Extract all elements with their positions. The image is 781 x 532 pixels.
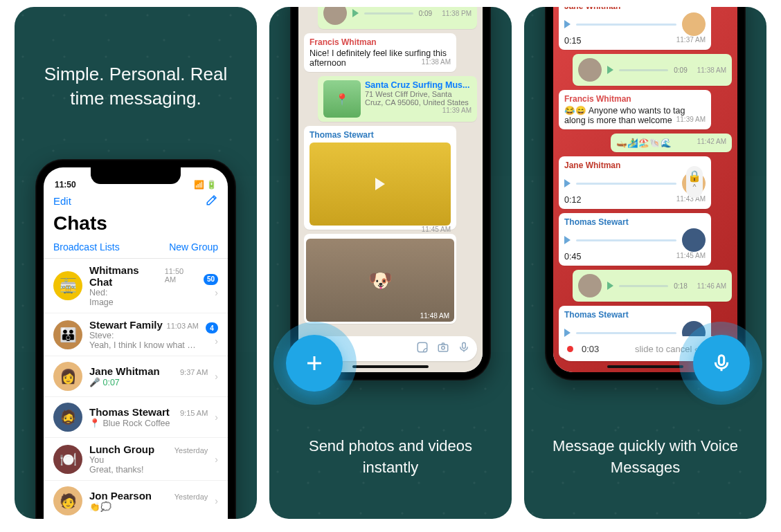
message-time: 11:39 AM — [442, 107, 472, 114]
chevron-right-icon: › — [215, 495, 218, 506]
chat-row[interactable]: 👩 Jane Whitman 9:37 AM 🎤 0:07 › — [44, 356, 228, 397]
play-icon[interactable] — [564, 236, 571, 244]
video-message-in[interactable]: Thomas Stewart 11:45 AM — [304, 126, 456, 230]
edit-button[interactable]: Edit — [53, 195, 71, 207]
caption-text: Message quickly with Voice Messages — [524, 436, 766, 479]
photo-message-in[interactable]: 🐶 11:48 AM — [304, 234, 456, 324]
chevron-right-icon: › — [215, 287, 218, 298]
avatar — [323, 7, 347, 25]
photo-thumbnail[interactable]: 🐶 — [306, 239, 454, 322]
avatar — [578, 58, 602, 82]
map-thumbnail-icon: 📍 — [323, 80, 361, 118]
voice-message-out[interactable]: 0:18 11:46 AM — [573, 270, 732, 302]
broadcast-lists-link[interactable]: Broadcast Lists — [53, 241, 120, 253]
location-message-out[interactable]: 📍 Santa Cruz Surfing Mus... 71 West Clif… — [318, 76, 477, 122]
svg-point-2 — [442, 347, 445, 350]
status-time: 11:50 — [55, 180, 76, 190]
play-icon[interactable] — [564, 20, 571, 28]
chat-sender: You — [89, 455, 104, 465]
chat-list[interactable]: 🚋 Whitmans Chat 11:50 AM Ned: Image 50 › — [44, 259, 228, 519]
message-time: 11:48 AM — [420, 312, 449, 320]
chat-name: Lunch Group — [89, 443, 154, 455]
chat-row[interactable]: 🍽️ Lunch Group Yesterday You Great, than… — [44, 438, 228, 481]
play-icon[interactable] — [352, 9, 359, 17]
new-group-link[interactable]: New Group — [169, 241, 218, 253]
voice-message-out[interactable]: 0:09 11:38 AM — [573, 54, 732, 86]
status-indicators: 📶 🔋 — [194, 180, 217, 190]
page-title: Chats — [44, 212, 228, 237]
chat-time: 9:15 AM — [180, 409, 208, 417]
avatar: 🧑 — [53, 486, 82, 515]
message-time: 11:46 AM — [697, 282, 726, 290]
voice-message-in[interactable]: Jane Whitman 0:15 11:37 AM — [559, 7, 711, 50]
chat-time: 9:37 AM — [180, 368, 208, 376]
chat-row[interactable]: 👪 Stewart Family 11:03 AM Steve: Yeah, I… — [44, 313, 228, 356]
chat-name: Stewart Family — [89, 319, 163, 331]
sticker-icon[interactable] — [416, 341, 429, 356]
message-time: 11:38 AM — [697, 66, 726, 74]
camera-icon[interactable] — [437, 341, 449, 356]
chevron-right-icon: › — [215, 371, 218, 382]
voice-track[interactable] — [364, 12, 413, 15]
attach-fab[interactable] — [286, 335, 343, 392]
phone-screen: 11:50 📶 🔋 Edit Chats Broadcast Lists New… — [44, 167, 228, 519]
message-time: 11:45 AM — [422, 226, 451, 233]
chat-preview: Image — [89, 297, 114, 307]
phone-screen: 0:09 11:38 PM Francis Whitman Nice! I de… — [298, 7, 483, 372]
avatar: 🧔 — [53, 403, 82, 432]
message-list[interactable]: Jane Whitman 0:15 11:37 AM — [553, 7, 737, 372]
voice-lock-pill[interactable]: 🔒 ˄ — [686, 166, 703, 198]
chevron-right-icon: › — [215, 336, 218, 347]
compose-icon[interactable] — [206, 194, 218, 208]
avatar — [682, 12, 706, 36]
voice-track[interactable] — [619, 69, 668, 71]
caption-text: Send photos and videos instantly — [269, 436, 512, 479]
avatar: 👪 — [53, 320, 82, 349]
unread-badge: 50 — [204, 274, 218, 285]
chat-preview: 🎤 0:07 — [89, 378, 120, 387]
sub-nav: Broadcast Lists New Group — [44, 237, 228, 259]
chat-row[interactable]: 🧑 Jon Pearson Yesterday 👏💭 › — [44, 481, 228, 519]
voice-record-fab[interactable] — [693, 335, 750, 392]
message-time: 11:38 PM — [442, 10, 472, 17]
message-list[interactable]: 0:09 11:38 PM Francis Whitman Nice! I de… — [298, 7, 483, 372]
sender-name: Thomas Stewart — [309, 130, 451, 140]
play-icon[interactable] — [564, 179, 571, 187]
voice-message-out[interactable]: 0:09 11:38 PM — [318, 7, 477, 29]
voice-track[interactable] — [576, 24, 676, 26]
voice-track[interactable] — [576, 183, 676, 185]
chat-time: 11:50 AM — [165, 267, 197, 284]
play-icon[interactable] — [375, 178, 385, 190]
promo-panel-voice: Jane Whitman 0:15 11:37 AM — [524, 7, 766, 519]
chat-time: Yesterday — [174, 446, 208, 455]
unread-badge: 4 — [206, 322, 218, 333]
chat-name: Whitmans Chat — [89, 264, 165, 288]
svg-rect-4 — [719, 356, 724, 365]
mic-icon — [711, 353, 732, 374]
video-thumbnail[interactable] — [309, 143, 451, 226]
avatar: 🍽️ — [53, 445, 82, 474]
text-message-in[interactable]: Francis Whitman Nice! I definitely feel … — [304, 33, 456, 72]
avatar — [682, 228, 706, 252]
promo-panel-chats: Simple. Personal. Real time messaging. 1… — [15, 7, 257, 519]
emoji-message-out[interactable]: 🛶🏄‍♂️🏖️🐚🌊 11:42 AM — [611, 134, 732, 152]
play-icon[interactable] — [607, 66, 613, 74]
voice-track[interactable] — [576, 332, 676, 334]
chat-preview: 👏💭 — [89, 502, 111, 512]
nav-row: Edit — [44, 191, 228, 212]
voice-duration: 0:09 — [674, 66, 687, 74]
avatar: 👩 — [53, 362, 82, 391]
mic-icon[interactable] — [458, 341, 470, 356]
chat-row[interactable]: 🚋 Whitmans Chat 11:50 AM Ned: Image 50 › — [44, 259, 228, 313]
text-message-in[interactable]: Francis Whitman 😂😄 Anyone who wants to t… — [559, 90, 711, 129]
voice-track[interactable] — [619, 285, 668, 287]
voice-track[interactable] — [576, 239, 676, 241]
chat-row[interactable]: 🧔 Thomas Stewart 9:15 AM 📍 Blue Rock Cof… — [44, 397, 228, 438]
message-text: 😂😄 Anyone who wants to tag along is more… — [564, 106, 685, 125]
chat-sender: Ned: — [89, 288, 107, 297]
chevron-right-icon: › — [215, 412, 218, 423]
recording-timer: 0:03 — [582, 344, 599, 354]
play-icon[interactable] — [607, 282, 613, 290]
voice-message-in[interactable]: Thomas Stewart 0:45 11:45 AM — [559, 213, 711, 266]
chat-time: Yesterday — [174, 493, 208, 501]
